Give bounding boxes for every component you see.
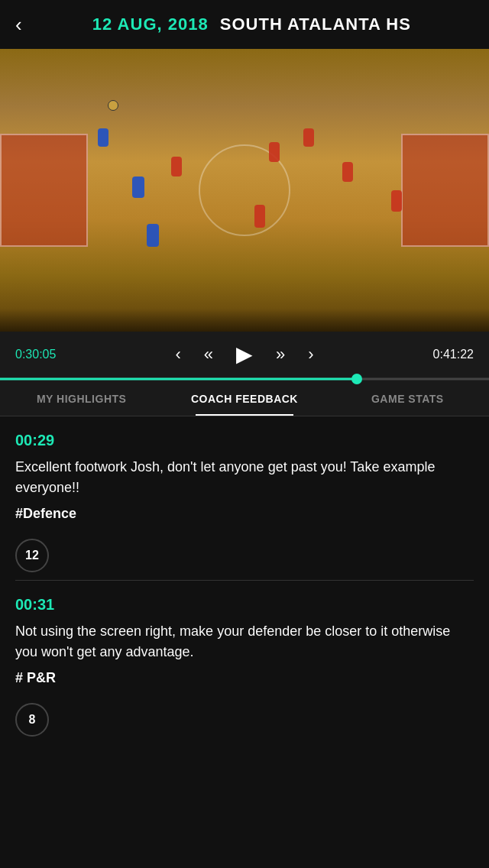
header-team: SOUTH ATALANTA HS	[220, 15, 411, 34]
reaction-count-1[interactable]: 12	[15, 539, 49, 572]
forward-button[interactable]: »	[271, 343, 290, 366]
end-time: 0:41:22	[428, 348, 474, 361]
reaction-count-2[interactable]: 8	[15, 703, 49, 737]
feedback-text-1: Excellent footwork Josh, don't let anyon…	[15, 457, 474, 498]
feed-item-2: 00:31 Not using the screen right, make y…	[15, 581, 474, 744]
back-button[interactable]: ‹	[15, 15, 22, 34]
tab-bar: MY HIGHLIGHTS COACH FEEDBACK GAME STATS	[0, 382, 489, 416]
timestamp-2: 00:31	[15, 596, 474, 614]
progress-bar[interactable]	[0, 376, 489, 382]
header-title: 12 AUG, 2018 SOUTH ATALANTA HS	[30, 15, 474, 34]
tab-my-highlights[interactable]: MY HIGHLIGHTS	[0, 382, 163, 416]
feedback-tag-1: #Defence	[15, 506, 474, 522]
tab-coach-feedback[interactable]: COACH FEEDBACK	[163, 382, 325, 416]
next-button[interactable]: ›	[303, 343, 318, 366]
header-date: 12 AUG, 2018	[92, 15, 209, 34]
timestamp-1: 00:29	[15, 432, 474, 449]
current-time: 0:30:05	[15, 348, 61, 361]
video-controls: 0:30:05 ‹ « ▶ » › 0:41:22	[0, 332, 489, 382]
tab-game-stats[interactable]: GAME STATS	[326, 382, 489, 416]
feedback-tag-2: # P&R	[15, 670, 474, 686]
feedback-text-2: Not using the screen right, make your de…	[15, 621, 474, 662]
playback-buttons: ‹ « ▶ » ›	[170, 341, 318, 368]
coach-feedback-feed: 00:29 Excellent footwork Josh, don't let…	[0, 416, 489, 744]
prev-button[interactable]: ‹	[170, 343, 185, 366]
rewind-button[interactable]: «	[199, 343, 218, 366]
video-player[interactable]	[0, 49, 489, 332]
feed-item-1: 00:29 Excellent footwork Josh, don't let…	[15, 416, 474, 581]
header: ‹ 12 AUG, 2018 SOUTH ATALANTA HS	[0, 0, 489, 49]
play-button[interactable]: ▶	[232, 341, 257, 368]
